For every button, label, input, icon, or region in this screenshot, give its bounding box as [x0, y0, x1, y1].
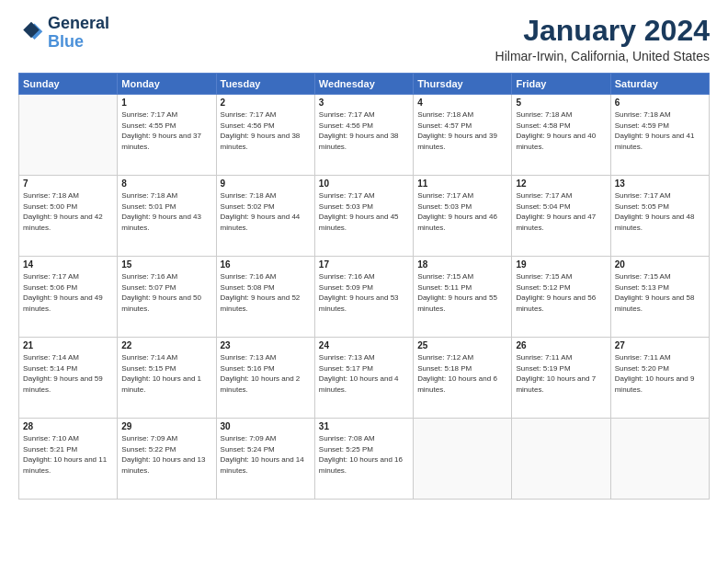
day-info: Sunrise: 7:08 AMSunset: 5:25 PMDaylight:…: [319, 433, 409, 476]
calendar-cell: 6Sunrise: 7:18 AMSunset: 4:59 PMDaylight…: [610, 95, 709, 176]
day-number: 30: [221, 421, 311, 431]
calendar-table: Sunday Monday Tuesday Wednesday Thursday…: [18, 73, 710, 500]
calendar-cell: 21Sunrise: 7:14 AMSunset: 5:14 PMDayligh…: [19, 338, 118, 419]
day-info: Sunrise: 7:13 AMSunset: 5:17 PMDaylight:…: [319, 352, 409, 395]
day-info: Sunrise: 7:11 AMSunset: 5:19 PMDaylight:…: [516, 352, 606, 395]
calendar-cell: 17Sunrise: 7:16 AMSunset: 5:09 PMDayligh…: [314, 257, 413, 338]
calendar-cell: 29Sunrise: 7:09 AMSunset: 5:22 PMDayligh…: [118, 419, 216, 500]
day-info: Sunrise: 7:17 AMSunset: 5:06 PMDaylight:…: [23, 271, 113, 314]
logo: General Blue: [18, 15, 109, 52]
col-sunday: Sunday: [19, 74, 118, 95]
calendar-cell: 22Sunrise: 7:14 AMSunset: 5:15 PMDayligh…: [118, 338, 216, 419]
calendar-cell: 8Sunrise: 7:18 AMSunset: 5:01 PMDaylight…: [118, 176, 216, 257]
day-number: 1: [121, 98, 211, 108]
calendar-cell: 31Sunrise: 7:08 AMSunset: 5:25 PMDayligh…: [314, 419, 413, 500]
logo-line2: Blue: [48, 33, 109, 52]
day-number: 19: [516, 259, 606, 270]
day-info: Sunrise: 7:10 AMSunset: 5:21 PMDaylight:…: [23, 433, 113, 476]
day-info: Sunrise: 7:15 AMSunset: 5:13 PMDaylight:…: [615, 271, 705, 314]
day-info: Sunrise: 7:15 AMSunset: 5:11 PMDaylight:…: [417, 271, 507, 314]
calendar-cell: 20Sunrise: 7:15 AMSunset: 5:13 PMDayligh…: [610, 257, 709, 338]
day-number: 14: [23, 259, 113, 270]
day-info: Sunrise: 7:15 AMSunset: 5:12 PMDaylight:…: [516, 271, 606, 314]
day-info: Sunrise: 7:18 AMSunset: 4:58 PMDaylight:…: [516, 109, 606, 152]
calendar-cell: 24Sunrise: 7:13 AMSunset: 5:17 PMDayligh…: [314, 338, 413, 419]
day-number: 8: [121, 178, 211, 189]
day-number: 15: [121, 259, 211, 270]
col-friday: Friday: [512, 74, 610, 95]
calendar-cell: 25Sunrise: 7:12 AMSunset: 5:18 PMDayligh…: [414, 338, 512, 419]
day-info: Sunrise: 7:18 AMSunset: 5:00 PMDaylight:…: [23, 190, 113, 233]
day-info: Sunrise: 7:16 AMSunset: 5:07 PMDaylight:…: [121, 271, 211, 314]
day-info: Sunrise: 7:14 AMSunset: 5:15 PMDaylight:…: [121, 352, 211, 395]
calendar-cell: 28Sunrise: 7:10 AMSunset: 5:21 PMDayligh…: [19, 419, 118, 500]
calendar-cell: 23Sunrise: 7:13 AMSunset: 5:16 PMDayligh…: [216, 338, 314, 419]
day-number: 11: [417, 178, 507, 189]
day-info: Sunrise: 7:18 AMSunset: 5:02 PMDaylight:…: [221, 190, 311, 233]
day-info: Sunrise: 7:17 AMSunset: 5:04 PMDaylight:…: [516, 190, 606, 233]
day-info: Sunrise: 7:18 AMSunset: 4:57 PMDaylight:…: [417, 109, 507, 152]
calendar-cell: [414, 419, 512, 500]
day-number: 13: [615, 178, 705, 189]
day-info: Sunrise: 7:17 AMSunset: 5:03 PMDaylight:…: [417, 190, 507, 233]
day-info: Sunrise: 7:17 AMSunset: 5:03 PMDaylight:…: [319, 190, 409, 233]
header: General Blue January 2024 Hilmar-Irwin, …: [18, 15, 710, 63]
title-area: January 2024 Hilmar-Irwin, California, U…: [495, 15, 710, 63]
calendar-week-5: 28Sunrise: 7:10 AMSunset: 5:21 PMDayligh…: [19, 419, 710, 500]
calendar-cell: 9Sunrise: 7:18 AMSunset: 5:02 PMDaylight…: [216, 176, 314, 257]
calendar-header-row: Sunday Monday Tuesday Wednesday Thursday…: [19, 74, 710, 95]
day-number: 29: [121, 421, 211, 431]
day-number: 10: [319, 178, 409, 189]
day-info: Sunrise: 7:18 AMSunset: 4:59 PMDaylight:…: [615, 109, 705, 152]
calendar-cell: 11Sunrise: 7:17 AMSunset: 5:03 PMDayligh…: [414, 176, 512, 257]
calendar-cell: 18Sunrise: 7:15 AMSunset: 5:11 PMDayligh…: [414, 257, 512, 338]
col-tuesday: Tuesday: [216, 74, 314, 95]
calendar-cell: [512, 419, 610, 500]
page: General Blue January 2024 Hilmar-Irwin, …: [0, 0, 728, 563]
day-number: 26: [516, 340, 606, 350]
calendar-cell: 12Sunrise: 7:17 AMSunset: 5:04 PMDayligh…: [512, 176, 610, 257]
day-number: 2: [221, 98, 311, 108]
calendar-cell: [19, 95, 118, 176]
day-info: Sunrise: 7:17 AMSunset: 4:55 PMDaylight:…: [121, 109, 211, 152]
day-info: Sunrise: 7:16 AMSunset: 5:08 PMDaylight:…: [221, 271, 311, 314]
day-info: Sunrise: 7:09 AMSunset: 5:22 PMDaylight:…: [121, 433, 211, 476]
calendar-cell: 13Sunrise: 7:17 AMSunset: 5:05 PMDayligh…: [610, 176, 709, 257]
day-number: 31: [319, 421, 409, 431]
day-number: 18: [417, 259, 507, 270]
calendar-cell: 1Sunrise: 7:17 AMSunset: 4:55 PMDaylight…: [118, 95, 216, 176]
day-number: 6: [615, 98, 705, 108]
day-number: 4: [417, 98, 507, 108]
day-number: 25: [417, 340, 507, 350]
day-number: 20: [615, 259, 705, 270]
day-info: Sunrise: 7:18 AMSunset: 5:01 PMDaylight:…: [121, 190, 211, 233]
day-number: 7: [23, 178, 113, 189]
calendar-week-1: 1Sunrise: 7:17 AMSunset: 4:55 PMDaylight…: [19, 95, 710, 176]
logo-line1: General: [48, 15, 109, 33]
calendar-cell: 27Sunrise: 7:11 AMSunset: 5:20 PMDayligh…: [610, 338, 709, 419]
calendar-week-4: 21Sunrise: 7:14 AMSunset: 5:14 PMDayligh…: [19, 338, 710, 419]
subtitle: Hilmar-Irwin, California, United States: [495, 49, 710, 63]
day-number: 27: [615, 340, 705, 350]
day-number: 3: [319, 98, 409, 108]
calendar-cell: 3Sunrise: 7:17 AMSunset: 4:56 PMDaylight…: [314, 95, 413, 176]
day-number: 12: [516, 178, 606, 189]
col-monday: Monday: [118, 74, 216, 95]
day-info: Sunrise: 7:13 AMSunset: 5:16 PMDaylight:…: [221, 352, 311, 395]
calendar-cell: [610, 419, 709, 500]
day-number: 17: [319, 259, 409, 270]
calendar-cell: 10Sunrise: 7:17 AMSunset: 5:03 PMDayligh…: [314, 176, 413, 257]
main-title: January 2024: [495, 15, 710, 47]
calendar-cell: 2Sunrise: 7:17 AMSunset: 4:56 PMDaylight…: [216, 95, 314, 176]
logo-icon: [18, 20, 44, 46]
calendar-week-2: 7Sunrise: 7:18 AMSunset: 5:00 PMDaylight…: [19, 176, 710, 257]
calendar-cell: 30Sunrise: 7:09 AMSunset: 5:24 PMDayligh…: [216, 419, 314, 500]
day-info: Sunrise: 7:14 AMSunset: 5:14 PMDaylight:…: [23, 352, 113, 395]
day-info: Sunrise: 7:17 AMSunset: 4:56 PMDaylight:…: [221, 109, 311, 152]
day-number: 24: [319, 340, 409, 350]
col-wednesday: Wednesday: [314, 74, 413, 95]
logo-text: General Blue: [48, 15, 109, 52]
day-info: Sunrise: 7:09 AMSunset: 5:24 PMDaylight:…: [221, 433, 311, 476]
day-info: Sunrise: 7:17 AMSunset: 4:56 PMDaylight:…: [319, 109, 409, 152]
day-number: 28: [23, 421, 113, 431]
